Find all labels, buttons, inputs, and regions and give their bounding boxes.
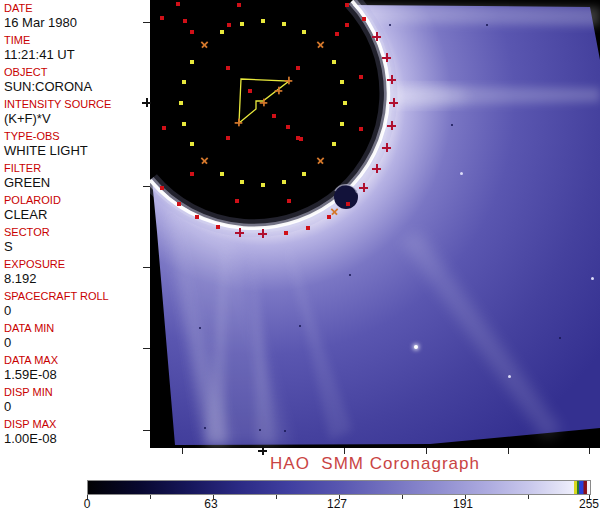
- axis-plus-tick: [142, 98, 151, 107]
- colorbar-tick-label: 0: [84, 497, 91, 511]
- colorbar-tick-label: 255: [579, 497, 599, 511]
- field-value: 0: [4, 335, 148, 350]
- field-value: WHITE LIGHT: [4, 143, 148, 158]
- metadata-field: INTENSITY SOURCE(K+F)*V: [4, 98, 148, 130]
- metadata-field: TIME11:21:41 UT: [4, 34, 148, 66]
- axis-tick: [143, 22, 150, 23]
- field-label: DATA MAX: [4, 354, 148, 367]
- intensity-colorbar: [87, 480, 591, 495]
- field-value: SUN:CORONA: [4, 79, 148, 94]
- axis-tick: [143, 267, 150, 268]
- metadata-field: DISP MIN0: [4, 386, 148, 418]
- field-label: DATE: [4, 2, 148, 15]
- field-label: DISP MIN: [4, 386, 148, 399]
- field-value: 1.59E-08: [4, 367, 148, 382]
- field-label: INTENSITY SOURCE: [4, 98, 148, 111]
- field-label: POLAROID: [4, 194, 148, 207]
- coronagraph-image: [150, 0, 600, 448]
- image-title: HAO SMM Coronagraph: [150, 454, 600, 474]
- field-label: EXPOSURE: [4, 258, 148, 271]
- metadata-field: DATA MIN0: [4, 322, 148, 354]
- field-label: OBJECT: [4, 66, 148, 79]
- field-value: (K+F)*V: [4, 111, 148, 126]
- field-label: DISP MAX: [4, 418, 148, 431]
- metadata-field: DATE16 Mar 1980: [4, 2, 148, 34]
- field-value: 0: [4, 399, 148, 414]
- field-label: DATA MIN: [4, 322, 148, 335]
- coronagraph-image-panel: [150, 0, 600, 448]
- metadata-field: FILTERGREEN: [4, 162, 148, 194]
- metadata-field: SECTORS: [4, 226, 148, 258]
- axis-tick: [143, 186, 150, 187]
- field-label: TYPE-OBS: [4, 130, 148, 143]
- field-value: 1.00E-08: [4, 431, 148, 446]
- metadata-field: EXPOSURE8.192: [4, 258, 148, 290]
- field-value: CLEAR: [4, 207, 148, 222]
- colorbar-tick: [150, 495, 151, 499]
- axis-tick: [143, 348, 150, 349]
- metadata-field: SPACECRAFT ROLL0: [4, 290, 148, 322]
- field-label: TIME: [4, 34, 148, 47]
- field-value: GREEN: [4, 175, 148, 190]
- colorbar-tick: [276, 495, 277, 499]
- metadata-field: OBJECTSUN:CORONA: [4, 66, 148, 98]
- colorbar-tick-label: 63: [204, 497, 217, 511]
- colorbar-tick-label: 127: [327, 497, 347, 511]
- coronagraph-viewer-window: DATE16 Mar 1980TIME11:21:41 UTOBJECTSUN:…: [0, 0, 600, 512]
- field-label: FILTER: [4, 162, 148, 175]
- axis-tick: [143, 430, 150, 431]
- field-label: SPACECRAFT ROLL: [4, 290, 148, 303]
- colorbar-tick: [402, 495, 403, 499]
- metadata-field: POLAROIDCLEAR: [4, 194, 148, 226]
- metadata-field: DATA MAX1.59E-08: [4, 354, 148, 386]
- colorbar-tick: [528, 495, 529, 499]
- occulter-pylon-blob: [334, 185, 358, 209]
- metadata-field: TYPE-OBSWHITE LIGHT: [4, 130, 148, 162]
- metadata-field: DISP MAX1.00E-08: [4, 418, 148, 450]
- field-label: SECTOR: [4, 226, 148, 239]
- colorbar-tick-label: 191: [453, 497, 473, 511]
- field-value: 0: [4, 303, 148, 318]
- field-value: 8.192: [4, 271, 148, 286]
- metadata-sidebar: DATE16 Mar 1980TIME11:21:41 UTOBJECTSUN:…: [4, 2, 148, 450]
- field-value: 11:21:41 UT: [4, 47, 148, 62]
- field-value: S: [4, 239, 148, 254]
- field-value: 16 Mar 1980: [4, 15, 148, 30]
